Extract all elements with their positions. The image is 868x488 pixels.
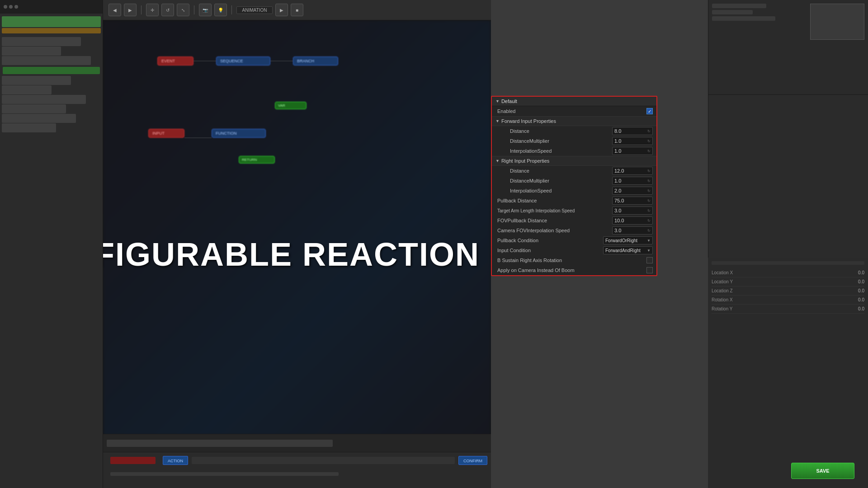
bottom-gray-bar-1 xyxy=(110,472,339,476)
prop-camera-fov-arrow: ↻ xyxy=(647,229,651,233)
bottom-bar-content xyxy=(103,434,491,452)
top-toolbar: ◀ ▶ ✛ ↺ ⤡ 📷 💡 ANIMATION ▶ ■ xyxy=(103,0,491,20)
sidebar-node-4 xyxy=(2,76,71,85)
sidebar-orange-item xyxy=(2,28,101,33)
bottom-red-bar xyxy=(110,457,156,464)
rp-label-1 xyxy=(712,4,766,8)
toolbar-btn-stop[interactable]: ■ xyxy=(291,4,303,16)
prop-right-subheader: ▼ Right Input Properties xyxy=(492,156,656,166)
prop-forward-label: Forward Input Properties xyxy=(501,118,556,124)
prop-right-multiplier-value[interactable]: 1.0 ↻ xyxy=(612,177,653,185)
prop-forward-multiplier-row: DistanceMultiplier 1.0 ↻ xyxy=(492,136,656,146)
prop-input-condition-label: Input Condition xyxy=(495,248,603,253)
prop-forward-interp-label: InterpolationSpeed xyxy=(495,148,612,154)
right-bottom: Location X 0.0 Location Y 0.0 Location Z… xyxy=(708,258,868,488)
prop-pullback-distance-label: Pullback Distance xyxy=(495,198,612,203)
sidebar-node-9 xyxy=(2,123,56,132)
prop-pullback-condition-dropdown[interactable]: ForwardOrRight ▼ xyxy=(603,236,653,244)
prop-fov-pullback-value[interactable]: 10.0 ↻ xyxy=(612,216,653,225)
prop-apply-camera-checkbox[interactable] xyxy=(646,267,653,273)
right-row-value-3: 0.0 xyxy=(858,288,864,293)
sidebar-top-bar xyxy=(0,0,103,14)
sidebar-content xyxy=(0,14,103,135)
toolbar-btn-light[interactable]: 💡 xyxy=(214,4,227,16)
sidebar-node-6 xyxy=(2,95,86,104)
prop-enabled-checkbox[interactable]: ✓ xyxy=(646,108,653,114)
prop-right-interp-value[interactable]: 2.0 ↻ xyxy=(612,187,653,195)
bottom-blue-btn-1[interactable]: ACTION xyxy=(163,456,188,465)
right-row-2: Location Y 0.0 xyxy=(712,277,864,286)
bottom-extra xyxy=(103,469,491,479)
sidebar-green-item[interactable] xyxy=(2,16,101,27)
toolbar-btn-move[interactable]: ✛ xyxy=(146,4,159,16)
prop-fov-pullback-label: FOVPullback Distance xyxy=(495,218,612,223)
bottom-actions: ACTION CONFIRM xyxy=(103,452,491,469)
right-row-value-2: 0.0 xyxy=(858,279,864,284)
main-viewport: ◀ ▶ ✛ ↺ ⤡ 📷 💡 ANIMATION ▶ ■ EVENT SEQUEN… xyxy=(103,0,491,488)
prop-input-condition-dropdown[interactable]: ForwardAndRight ▼ xyxy=(603,246,653,254)
toolbar-btn-1[interactable]: ◀ xyxy=(108,4,121,16)
prop-forward-interp-value[interactable]: 1.0 ↻ xyxy=(612,147,653,155)
rp-label-3 xyxy=(712,16,775,21)
right-divider xyxy=(712,261,864,265)
prop-target-arm-value[interactable]: 3.0 ↻ xyxy=(612,206,653,215)
prop-right-triangle[interactable]: ▼ xyxy=(495,159,500,163)
preview-box xyxy=(810,4,864,40)
toolbar-btn-2[interactable]: ▶ xyxy=(124,4,137,16)
sidebar-node-1 xyxy=(2,37,81,46)
prop-forward-multiplier-value[interactable]: 1.0 ↻ xyxy=(612,137,653,145)
toolbar-btn-play[interactable]: ▶ xyxy=(275,4,288,16)
prop-pullback-distance-row: Pullback Distance 75.0 ↻ xyxy=(492,196,656,206)
toolbar-btn-scale[interactable]: ⤡ xyxy=(177,4,189,16)
prop-input-condition-row: Input Condition ForwardAndRight ▼ xyxy=(492,245,656,255)
right-panel-top xyxy=(708,0,868,95)
prop-pullback-distance-value[interactable]: 75.0 ↻ xyxy=(612,197,653,205)
prop-forward-multiplier-label: DistanceMultiplier xyxy=(495,138,612,144)
right-row-value-5: 0.0 xyxy=(858,306,864,311)
prop-target-arm-row: Target Arm Length Interpolation Speed 3.… xyxy=(492,206,656,216)
prop-header: ▼ Default xyxy=(492,97,656,106)
prop-b-sustain-checkbox[interactable] xyxy=(646,257,653,263)
prop-right-multiplier-row: DistanceMultiplier 1.0 ↻ xyxy=(492,176,656,186)
input-condition-arrow-icon: ▼ xyxy=(647,249,651,253)
timeline-bar xyxy=(107,440,333,447)
right-row-3: Location Z 0.0 xyxy=(712,286,864,296)
prop-header-label: Default xyxy=(501,99,517,104)
right-row-label-5: Rotation Y xyxy=(712,306,733,311)
right-row-1: Location X 0.0 xyxy=(712,268,864,277)
viewport-content: EVENT SEQUENCE BRANCH INPUT FUNCTION RET… xyxy=(103,20,491,488)
toolbar-spacer-3 xyxy=(231,5,232,14)
pullback-condition-arrow-icon: ▼ xyxy=(647,239,651,243)
prop-forward-subheader: ▼ Forward Input Properties xyxy=(492,116,656,126)
prop-pullback-condition-value: ForwardOrRight xyxy=(605,238,637,243)
prop-forward-distance-arrow: ↻ xyxy=(647,129,651,133)
right-panel: Location X 0.0 Location Y 0.0 Location Z… xyxy=(708,0,868,488)
left-sidebar xyxy=(0,0,103,488)
prop-forward-interp-row: InterpolationSpeed 1.0 ↻ xyxy=(492,146,656,156)
prop-pullback-distance-arrow: ↻ xyxy=(647,199,651,203)
green-save-button[interactable]: SAVE xyxy=(791,463,854,479)
right-row-5: Rotation Y 0.0 xyxy=(712,305,864,314)
right-row-4: Rotation X 0.0 xyxy=(712,296,864,305)
sidebar-green-bar xyxy=(3,67,100,74)
prop-right-interp-arrow: ↻ xyxy=(647,189,651,193)
prop-right-label: Right Input Properties xyxy=(501,158,549,164)
bottom-blue-btn-2[interactable]: CONFIRM xyxy=(458,456,487,465)
prop-right-interp-label: InterpolationSpeed xyxy=(495,188,612,193)
prop-right-multiplier-arrow: ↻ xyxy=(647,179,651,183)
prop-right-distance-value[interactable]: 12.0 ↻ xyxy=(612,167,653,175)
right-row-value-4: 0.0 xyxy=(858,297,864,302)
prop-forward-distance-value[interactable]: 8.0 ↻ xyxy=(612,127,653,135)
prop-forward-multiplier-arrow: ↻ xyxy=(647,139,651,143)
sidebar-dot-1 xyxy=(4,5,7,9)
prop-forward-interp-arrow: ↻ xyxy=(647,149,651,153)
sidebar-node-7 xyxy=(2,104,66,113)
prop-input-condition-value: ForwardAndRight xyxy=(605,248,641,253)
bottom-strip: ACTION CONFIRM xyxy=(103,434,491,488)
sidebar-dot-2 xyxy=(9,5,13,9)
prop-camera-fov-value[interactable]: 3.0 ↻ xyxy=(612,226,653,235)
toolbar-btn-rotate[interactable]: ↺ xyxy=(161,4,174,16)
toolbar-btn-camera[interactable]: 📷 xyxy=(199,4,212,16)
node-graph: EVENT SEQUENCE BRANCH INPUT FUNCTION RET… xyxy=(103,20,491,488)
prop-forward-triangle[interactable]: ▼ xyxy=(495,119,500,123)
